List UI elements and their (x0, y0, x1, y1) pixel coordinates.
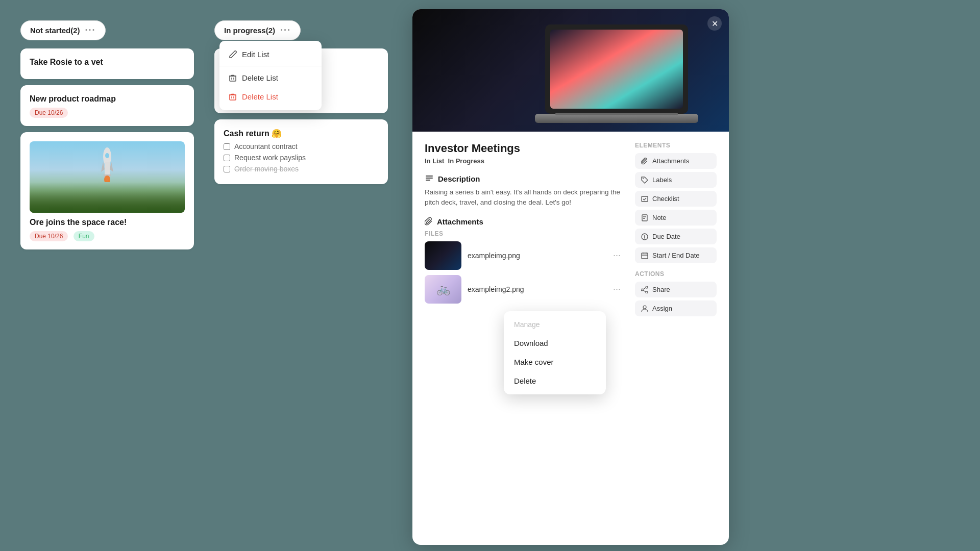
assign-icon (641, 305, 648, 312)
thumb-bike-img: 🚲 (425, 275, 461, 304)
card-cash[interactable]: Cash return 🤗 Accountant contract Reques… (214, 119, 388, 184)
attachments-section: Attachments Files exampleimg.png ··· 🚲 (425, 217, 625, 304)
card-ore-image (30, 141, 185, 213)
card-ore-title: Ore joins the space race! (30, 218, 185, 227)
sidebar-btn-due-date[interactable]: Due Date (635, 229, 717, 244)
svg-rect-7 (230, 76, 236, 81)
attachments-section-title: Attachments (425, 217, 625, 226)
dropdown-delete[interactable]: Delete (504, 371, 606, 390)
detail-sidebar: Elements Attachments Labels Checklist No… (635, 142, 717, 535)
column-dots-inprogress[interactable]: ··· (280, 25, 291, 36)
attachment-name-2: exampleimg2.png (468, 285, 603, 293)
svg-rect-17 (642, 196, 648, 202)
edit-icon (229, 51, 237, 59)
context-delete-label2: Delete List (242, 92, 278, 101)
files-label: Files (425, 230, 625, 237)
checklist-cash-1: Accountant contract (224, 142, 379, 151)
svg-marker-5 (110, 162, 113, 172)
trees-decoration (30, 182, 185, 213)
attachment-row-2: 🚲 exampleimg2.png ··· (425, 275, 625, 304)
context-menu-delete2[interactable]: Delete List (219, 87, 322, 106)
dropdown-make-cover[interactable]: Make cover (504, 353, 606, 371)
share-icon (641, 286, 648, 293)
column-header-not-started: Not started (2) ··· (20, 20, 106, 40)
svg-rect-1 (105, 162, 110, 174)
note-icon (641, 214, 648, 221)
sidebar-btn-assign[interactable]: Assign (635, 300, 717, 316)
sidebar-btn-checklist[interactable]: Checklist (635, 191, 717, 207)
card-ore[interactable]: Ore joins the space race! Due 10/26 Fun (20, 132, 194, 249)
svg-point-22 (646, 291, 648, 293)
svg-point-23 (641, 289, 643, 291)
attachment-dots-1[interactable]: ··· (609, 248, 625, 263)
context-edit-label: Edit List (242, 50, 269, 59)
svg-rect-13 (426, 176, 433, 177)
svg-rect-15 (426, 180, 430, 181)
card-vet[interactable]: Take Rosie to a vet (20, 48, 194, 79)
checklist-cash-3: Order moving boxes (224, 165, 379, 173)
attachment-icon (425, 217, 433, 226)
column-dots-menu[interactable]: ··· (85, 25, 96, 36)
svg-rect-12 (555, 113, 678, 115)
trash-icon (229, 74, 237, 82)
checklist-icon (641, 195, 648, 203)
column-title-inprogress: In progress (224, 26, 266, 35)
attachment-name-1: exampleimg.png (468, 252, 603, 260)
attachment-row-1: exampleimg.png ··· (425, 241, 625, 270)
description-section-title: Description (425, 174, 625, 183)
context-divider (219, 66, 322, 66)
svg-point-16 (643, 178, 644, 179)
calendar-icon (641, 252, 648, 259)
card-ore-due-badge: Due 10/26 (30, 231, 68, 241)
column-count-inprogress: (2) (266, 26, 275, 35)
description-text: Raising a series b ain't easy. It's all … (425, 187, 625, 208)
checklist-cash-cb-3[interactable] (224, 166, 230, 172)
info-icon (641, 233, 648, 240)
card-cash-title: Cash return 🤗 (224, 129, 379, 138)
attachment-thumb-2: 🚲 (425, 275, 461, 304)
svg-rect-18 (642, 215, 647, 221)
context-menu-delete[interactable]: Delete List (219, 68, 322, 87)
paperclip-icon (641, 158, 648, 165)
context-delete-label: Delete List (242, 73, 278, 82)
checklist-cash-cb-2[interactable] (224, 155, 230, 161)
laptop-cover-image (525, 19, 708, 132)
svg-point-3 (105, 153, 109, 158)
sidebar-btn-start-end[interactable]: Start / End Date (635, 247, 717, 263)
sidebar-btn-share[interactable]: Share (635, 282, 717, 297)
close-button[interactable]: ✕ (707, 16, 722, 31)
card-vet-title: Take Rosie to a vet (30, 58, 185, 67)
column-count: (2) (70, 26, 80, 35)
trash-danger-icon (229, 93, 237, 101)
board: Not started (2) ··· Take Rosie to a vet … (0, 0, 419, 551)
svg-rect-14 (426, 178, 433, 179)
checklist-cash-2: Request work payslips (224, 154, 379, 162)
svg-marker-4 (101, 162, 105, 172)
tag-icon (641, 177, 648, 184)
thumb-laptop-img (425, 241, 461, 270)
actions-section-title: Actions (635, 270, 717, 278)
detail-cover: ✕ (412, 9, 729, 132)
sidebar-btn-attachments[interactable]: Attachments (635, 153, 717, 169)
elements-section-title: Elements (635, 142, 717, 149)
attachment-dropdown: Manage Download Make cover Delete (504, 311, 606, 394)
card-roadmap-title: New product roadmap (30, 94, 185, 104)
svg-rect-8 (230, 95, 236, 100)
column-not-started: Not started (2) ··· Take Rosie to a vet … (20, 20, 194, 531)
card-roadmap-badge: Due 10/26 (30, 108, 68, 118)
detail-panel: ✕ Investor Meetings In List In Progress … (412, 9, 729, 545)
detail-list-ref: In List In Progress (425, 157, 625, 165)
column-context-menu: Edit List Delete List Delete List (219, 41, 322, 110)
rocket-icon (100, 146, 115, 182)
dropdown-download[interactable]: Download (504, 334, 606, 353)
attachment-dots-2[interactable]: ··· (609, 282, 625, 296)
sidebar-btn-note[interactable]: Note (635, 210, 717, 226)
column-title: Not started (30, 26, 70, 35)
sidebar-btn-labels[interactable]: Labels (635, 172, 717, 188)
card-roadmap[interactable]: New product roadmap Due 10/26 (20, 85, 194, 126)
context-menu-edit[interactable]: Edit List (219, 45, 322, 64)
dropdown-manage-label: Manage (504, 315, 606, 334)
checklist-cash-cb-1[interactable] (224, 143, 230, 150)
column-header-in-progress: In progress (2) ··· (214, 20, 301, 40)
svg-rect-10 (550, 30, 683, 109)
